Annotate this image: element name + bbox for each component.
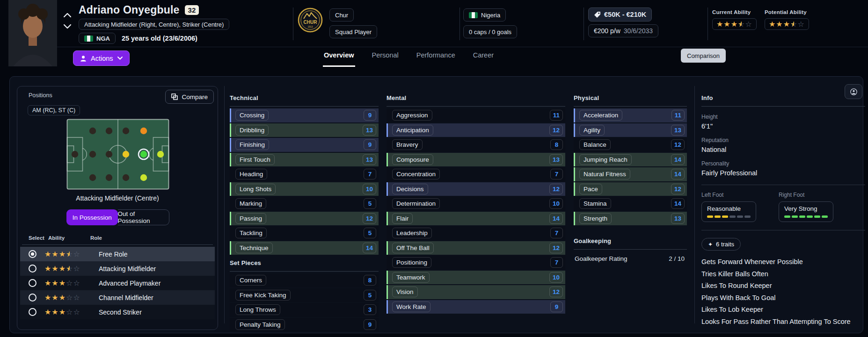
position-dot-wbr[interactable] xyxy=(106,128,112,134)
info-field-value: Fairly Professional xyxy=(701,169,865,177)
attribute-row-long-shots: Long Shots10 xyxy=(230,182,379,196)
mental-section-title: Mental xyxy=(387,94,565,107)
attribute-row-crossing: Crossing9 xyxy=(230,108,379,122)
attribute-row-finishing: Finishing9 xyxy=(230,138,379,152)
role-row-advanced-playmaker[interactable]: ★★★☆☆Advanced Playmaker xyxy=(20,276,215,290)
role-row-second-striker[interactable]: ★★★☆☆Second Striker xyxy=(20,305,215,319)
position-dot-st[interactable] xyxy=(157,151,164,158)
goalkeeper-rating-row: Goalkeeper Rating 2 / 10 xyxy=(574,251,687,265)
position-dot-amr[interactable] xyxy=(140,128,147,134)
trait-gets-forward-whenever-possible: Gets Forward Whenever Possible xyxy=(701,256,865,268)
attribute-row-determination: Determination10 xyxy=(387,197,565,211)
attribute-row-agility: Agility13 xyxy=(574,123,687,137)
attribute-value: 7 xyxy=(550,169,563,179)
position-dot-gk[interactable] xyxy=(72,151,78,158)
attribute-label: Work Rate xyxy=(392,301,430,312)
attribute-value: 13 xyxy=(363,125,376,136)
in-possession-toggle[interactable]: In Possession xyxy=(66,209,118,225)
compare-button[interactable]: Compare xyxy=(165,90,214,104)
tab-performance[interactable]: Performance xyxy=(416,48,456,67)
position-dot-dr[interactable] xyxy=(89,128,96,134)
attribute-row-penalty-taking: Penalty Taking9 xyxy=(230,318,379,332)
attribute-label: Heading xyxy=(235,169,267,179)
out-of-possession-toggle[interactable]: Out of Possession xyxy=(118,209,170,225)
role-radio[interactable] xyxy=(29,265,36,272)
next-player-button[interactable] xyxy=(62,22,73,30)
position-dot-mr[interactable] xyxy=(123,128,129,134)
attribute-row-stamina: Stamina14 xyxy=(574,197,687,211)
mental-section: Mental Aggression11Anticipation12Bravery… xyxy=(387,94,565,314)
traits-count-badge[interactable]: ✦ 6 traits xyxy=(701,238,741,251)
transfer-value-pill[interactable]: €50K - €210K xyxy=(588,7,652,22)
position-dot-wbl[interactable] xyxy=(106,174,112,181)
attribute-label: Concentration xyxy=(392,169,440,179)
selected-position-caption: Attacking Midfielder (Centre) xyxy=(17,194,218,202)
attribute-label: Positioning xyxy=(392,257,431,268)
attribute-row-leadership: Leadership7 xyxy=(387,226,565,240)
current-ability-label: Current Ability xyxy=(712,9,757,15)
attribute-label: Off The Ball xyxy=(392,243,434,253)
role-radio[interactable] xyxy=(29,250,36,258)
attribute-value: 12 xyxy=(549,243,563,253)
attribute-row-vision: Vision12 xyxy=(387,285,565,299)
info-panel: Info Height6'1"ReputationNationalPersona… xyxy=(701,94,865,328)
attribute-label: Leadership xyxy=(392,228,432,238)
tab-career[interactable]: Career xyxy=(472,48,495,67)
person-icon xyxy=(850,88,857,95)
technical-section-title: Technical xyxy=(230,94,379,107)
left-foot-label: Left Foot xyxy=(701,192,756,198)
attribute-label: Corners xyxy=(235,275,266,286)
info-field-label: Personality xyxy=(701,160,865,167)
national-team-pill[interactable]: Nigeria xyxy=(463,8,506,22)
position-dot-dl[interactable] xyxy=(89,174,96,181)
attribute-value: 9 xyxy=(364,139,376,150)
possession-toggle: In Possession Out of Possession xyxy=(66,209,169,225)
right-foot-strength: Very Strong xyxy=(784,205,828,212)
goalkeeper-rating-value: 2 / 10 xyxy=(669,255,685,262)
position-dot-ml[interactable] xyxy=(123,174,129,181)
person-icon xyxy=(80,55,87,62)
role-name: Free Role xyxy=(99,251,127,258)
actions-button[interactable]: Actions xyxy=(73,50,130,66)
attribute-row-pace: Pace12 xyxy=(574,182,687,196)
attribute-row-first-touch: First Touch13 xyxy=(230,153,379,167)
previous-player-button[interactable] xyxy=(62,11,73,19)
attribute-value: 11 xyxy=(671,110,685,121)
attribute-value: 9 xyxy=(550,301,563,312)
sparkle-icon: ✦ xyxy=(708,241,713,248)
attribute-value: 10 xyxy=(363,184,376,194)
attribute-value: 5 xyxy=(364,290,376,301)
position-dot-aml[interactable] xyxy=(140,174,147,181)
role-row-channel-midfielder[interactable]: ★★★☆☆Channel Midfielder xyxy=(20,290,215,305)
right-foot-meter xyxy=(784,215,828,218)
squad-status-pill[interactable]: Squad Player xyxy=(329,25,377,38)
attribute-label: Passing xyxy=(235,213,266,224)
role-ability-stars: ★★★☆★☆ xyxy=(44,264,99,273)
tab-personal[interactable]: Personal xyxy=(371,48,400,67)
role-radio[interactable] xyxy=(29,308,36,316)
potential-ability-stars: ★★★☆★☆ xyxy=(765,18,809,30)
position-dot-mc[interactable] xyxy=(123,151,129,158)
attribute-label: Anticipation xyxy=(392,125,433,136)
position-dot-dc[interactable] xyxy=(89,151,96,158)
player-portrait-icon-button[interactable] xyxy=(845,84,862,99)
comparison-button[interactable]: Comparison xyxy=(681,49,726,63)
traits-count-label: 6 traits xyxy=(716,241,734,248)
attribute-value: 13 xyxy=(671,213,685,224)
club-name-pill[interactable]: Chur xyxy=(329,8,354,22)
trait-likes-to-lob-keeper: Likes To Lob Keeper xyxy=(701,304,865,316)
position-dot-dm[interactable] xyxy=(106,151,112,158)
nigeria-flag-icon xyxy=(469,12,478,18)
tab-overview[interactable]: Overview xyxy=(323,48,355,67)
attribute-row-passing: Passing12 xyxy=(230,212,379,226)
role-radio[interactable] xyxy=(29,279,36,287)
attribute-row-dribbling: Dribbling13 xyxy=(230,123,379,137)
column-role: Role xyxy=(90,235,102,241)
attribute-value: 13 xyxy=(549,154,563,165)
attribute-row-composure: Composure13 xyxy=(387,153,565,167)
info-field-personality: PersonalityFairly Professional xyxy=(701,160,865,177)
role-radio[interactable] xyxy=(29,294,36,301)
role-row-attacking-midfielder[interactable]: ★★★☆★☆Attacking Midfielder xyxy=(20,261,215,276)
role-row-free-role[interactable]: ★★★☆★☆Free Role xyxy=(20,247,215,261)
attribute-row-aggression: Aggression11 xyxy=(387,108,565,122)
